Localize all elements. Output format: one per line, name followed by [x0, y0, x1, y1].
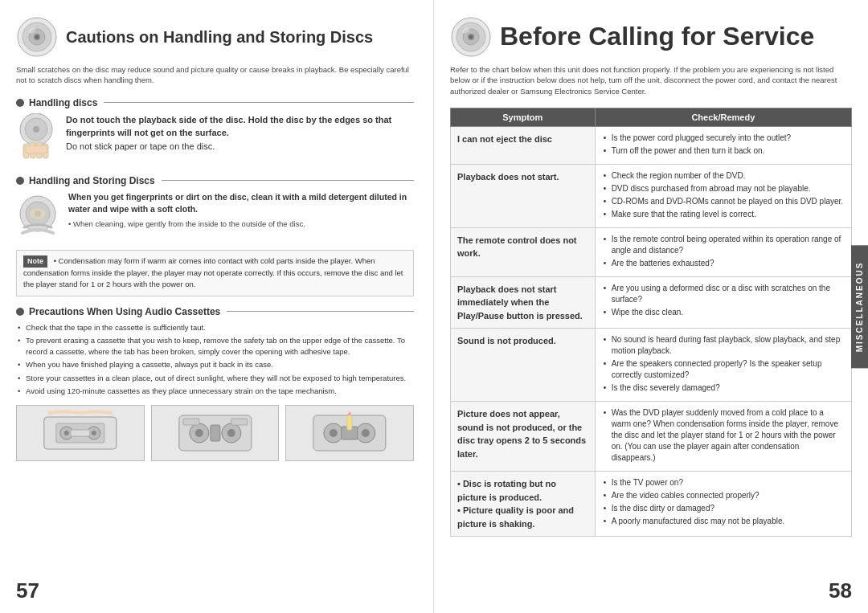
svg-point-29	[227, 429, 235, 437]
remedy-cell: Was the DVD player suddenly moved from a…	[595, 402, 851, 472]
svg-rect-32	[231, 419, 248, 425]
list-item: Is the TV power on?	[602, 477, 845, 488]
table-row: Playback does not start immediately when…	[451, 276, 852, 329]
cassette-image-2	[151, 405, 280, 461]
left-page-number: 57	[16, 578, 39, 603]
list-item: Is the remote control being operated wit…	[602, 234, 845, 256]
list-item: Avoid using 120-minute cassettes as they…	[16, 386, 414, 397]
cassette-list: Check that the tape in the cassette is s…	[16, 322, 414, 398]
list-item: CD-ROMs and DVD-ROMs cannot be played on…	[602, 196, 845, 207]
svg-point-37	[362, 429, 370, 437]
symptom-cell: Playback does not start.	[451, 164, 596, 227]
list-item: Check that the tape in the cassette is s…	[16, 322, 414, 333]
list-item: Store your cassettes in a clean place, o…	[16, 373, 414, 384]
list-item: Check the region number of the DVD.	[602, 170, 845, 182]
symptom-cell: Playback does not start immediately when…	[451, 276, 596, 329]
remedy-cell: Check the region number of the DVD. DVD …	[595, 164, 851, 227]
left-header: Cautions on Handling and Storing Discs	[16, 16, 414, 58]
misc-tab: MISCELLANEOUS	[851, 245, 868, 368]
cassette-image-3	[285, 405, 414, 461]
svg-point-8	[33, 126, 39, 133]
list-item: Are the speakers connected properly? Is …	[602, 358, 845, 381]
note-text: • Condensation may form if warm air come…	[23, 256, 403, 289]
right-header: Before Calling for Service	[450, 16, 852, 58]
symptom-column-header: Symptom	[451, 108, 596, 126]
hand-disc-image	[16, 113, 56, 166]
precautions-cassettes-title: Precautions When Using Audio Cassettes	[16, 306, 414, 317]
list-item: Is the disc dirty or damaged?	[602, 503, 845, 514]
handling-storing-section-title: Handling and Storing Discs	[16, 175, 414, 186]
list-item: Are you using a deformed disc or a disc …	[602, 283, 845, 305]
list-item: Make sure that the rating level is corre…	[602, 209, 845, 220]
left-subtitle: Small scratches on the disc may reduce s…	[16, 64, 414, 86]
left-header-icon	[16, 16, 58, 58]
list-item: Was the DVD player suddenly moved from a…	[602, 407, 845, 464]
section-divider-3	[227, 311, 414, 312]
list-item: A poorly manufactured disc may not be pl…	[602, 516, 845, 527]
right-page-title: Before Calling for Service	[500, 22, 814, 51]
symptom-cell: Picture does not appear, sound is not pr…	[451, 402, 596, 472]
svg-rect-13	[25, 145, 47, 153]
svg-rect-31	[183, 419, 199, 425]
remedy-cell: Is the TV power on? Are the video cables…	[595, 472, 851, 537]
section-divider	[104, 102, 414, 103]
svg-marker-40	[347, 411, 352, 415]
handling-disc-content: Do not touch the playback side of the di…	[16, 113, 414, 166]
list-item: Turn off the power and then turn it back…	[602, 145, 845, 157]
remedy-cell: Is the remote control being operated wit…	[595, 227, 851, 276]
service-table: Symptom Check/Remedy I can not eject the…	[450, 108, 852, 537]
svg-rect-24	[71, 430, 90, 436]
cassette-images-row	[16, 405, 414, 461]
table-row: The remote control does not work. Is the…	[451, 227, 852, 276]
svg-rect-30	[211, 425, 220, 441]
table-row: Playback does not start. Check the regio…	[451, 164, 852, 227]
storing-content: When you get fingerprints or dirt on the…	[16, 191, 414, 243]
svg-point-27	[195, 429, 203, 437]
list-item: Are the video cables connected properly?	[602, 490, 845, 501]
remedy-column-header: Check/Remedy	[595, 108, 851, 126]
table-row: Sound is not produced. No sound is heard…	[451, 329, 852, 402]
list-item: Is the disc severely damaged?	[602, 382, 845, 394]
symptom-cell: The remote control does not work.	[451, 227, 596, 276]
list-item: DVD discs purchased from abroad may not …	[602, 183, 845, 194]
symptom-cell: Sound is not produced.	[451, 329, 596, 402]
svg-point-23	[92, 431, 96, 435]
svg-point-45	[469, 35, 473, 39]
table-row: • Disc is rotating but no picture is pro…	[451, 472, 852, 537]
remedy-cell: No sound is heard during fast playback, …	[595, 329, 851, 402]
right-subtitle: Refer to the chart below when this unit …	[450, 64, 852, 96]
table-row: I can not eject the disc Is the power co…	[451, 126, 852, 164]
svg-point-17	[30, 208, 46, 219]
right-page-number: 58	[829, 578, 852, 603]
svg-point-21	[64, 431, 69, 435]
list-item: When you have finished playing a cassett…	[16, 359, 414, 370]
wipe-disc-image	[16, 191, 60, 243]
remedy-cell: Are you using a deformed disc or a disc …	[595, 276, 851, 329]
note-label: Note	[23, 255, 47, 268]
list-item: No sound is heard during fast playback, …	[602, 334, 845, 357]
svg-point-4	[35, 35, 39, 39]
symptom-cell: • Disc is rotating but no picture is pro…	[451, 472, 596, 537]
left-page-title: Cautions on Handling and Storing Discs	[66, 27, 373, 47]
right-header-icon	[450, 16, 492, 58]
handling-discs-section-title: Handling discs	[16, 97, 414, 108]
list-item: Wipe the disc clean.	[602, 307, 845, 318]
handling-disc-instructions: Do not touch the playback side of the di…	[66, 113, 414, 153]
symptom-cell: I can not eject the disc	[451, 126, 596, 164]
list-item: Are the batteries exhausted?	[602, 258, 845, 269]
section-divider-2	[162, 180, 414, 181]
list-item: Is the power cord plugged securely into …	[602, 133, 845, 144]
remedy-cell: Is the power cord plugged securely into …	[595, 126, 851, 164]
note-box: Note • Condensation may form if warm air…	[16, 250, 414, 296]
list-item: To prevent erasing a cassette that you w…	[16, 335, 414, 358]
storing-instructions: When you get fingerprints or dirt on the…	[68, 191, 414, 231]
left-page: Cautions on Handling and Storing Discs S…	[0, 0, 434, 613]
right-page: Before Calling for Service Refer to the …	[434, 0, 868, 613]
svg-point-35	[330, 429, 338, 437]
table-row: Picture does not appear, sound is not pr…	[451, 402, 852, 472]
cassette-image-1	[16, 405, 145, 461]
svg-rect-39	[347, 415, 352, 430]
